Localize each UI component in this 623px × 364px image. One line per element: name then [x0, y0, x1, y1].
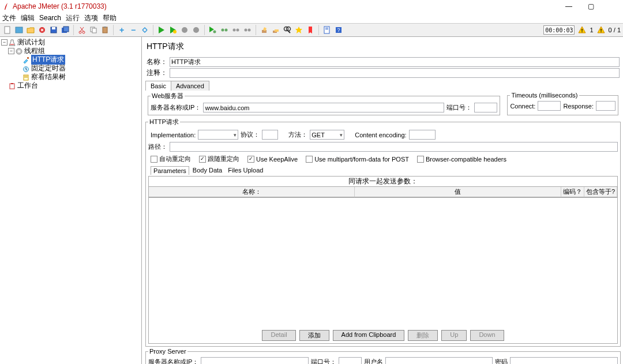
- subtab-bodydata[interactable]: Body Data: [190, 166, 224, 175]
- svg-rect-12: [104, 27, 106, 28]
- window-title: Apache JMeter (3.1 r1770033): [13, 2, 562, 10]
- detail-button[interactable]: Detail: [262, 330, 295, 341]
- response-input[interactable]: [596, 101, 616, 111]
- minimize-button[interactable]: —: [562, 2, 576, 10]
- subtab-files[interactable]: Files Upload: [226, 166, 265, 175]
- collapse-icon[interactable]: −: [128, 25, 138, 35]
- up-button[interactable]: Up: [441, 330, 467, 341]
- remote-stop-icon[interactable]: [231, 25, 241, 35]
- subtab-parameters[interactable]: Parameters: [151, 166, 189, 175]
- tree-node-testplan[interactable]: − 测试计划: [1, 38, 141, 47]
- connect-label: Connect:: [510, 103, 535, 110]
- function-icon[interactable]: [294, 25, 304, 35]
- impl-combo[interactable]: ▾: [198, 130, 238, 140]
- proxy-port-label: 端口号：: [311, 358, 336, 364]
- tree-node-threadgroup[interactable]: − 线程组: [1, 47, 141, 55]
- params-table: 名称： 值 编码？ 包含等于?: [149, 186, 617, 198]
- menu-help[interactable]: 帮助: [103, 13, 117, 23]
- paste-icon[interactable]: [100, 25, 110, 35]
- proxy-user-input[interactable]: [385, 357, 493, 364]
- cut-icon[interactable]: [77, 25, 87, 35]
- find-icon[interactable]: [282, 25, 292, 35]
- proto-input[interactable]: [262, 130, 278, 140]
- stop-icon[interactable]: [179, 25, 190, 35]
- copy-icon[interactable]: [88, 25, 99, 35]
- tree-node-timer[interactable]: 固定定时器: [1, 64, 141, 73]
- toggle-icon[interactable]: [140, 25, 150, 35]
- chk-multipart[interactable]: Use multipart/form-data for POST: [306, 156, 409, 163]
- connect-input[interactable]: [538, 101, 561, 111]
- window-controls: — ▢ ✕: [562, 2, 620, 10]
- tree-node-httprequest[interactable]: HTTP请求: [1, 55, 141, 64]
- proxy-server-input[interactable]: [201, 357, 309, 364]
- clearall-icon[interactable]: [271, 25, 281, 35]
- warning-icon: [597, 26, 605, 34]
- proxy-port-input[interactable]: [339, 357, 362, 364]
- path-input[interactable]: [170, 142, 618, 152]
- elapsed-time: 00:00:03: [543, 25, 575, 35]
- params-body[interactable]: [149, 198, 617, 328]
- svg-rect-46: [11, 83, 13, 84]
- server-input[interactable]: [203, 103, 444, 112]
- proxy-pass-input[interactable]: [510, 357, 618, 364]
- help-icon[interactable]: [305, 25, 316, 35]
- svg-rect-40: [27, 57, 29, 59]
- enc-label: Content encoding:: [355, 132, 406, 138]
- menu-search[interactable]: Search: [39, 14, 61, 22]
- menu-edit[interactable]: 编辑: [21, 13, 35, 23]
- port-input[interactable]: [474, 103, 497, 112]
- svg-rect-25: [275, 29, 279, 32]
- chk-keepalive[interactable]: ✓Use KeepAlive: [247, 156, 298, 163]
- remote-shut-icon[interactable]: [242, 25, 253, 35]
- run-notimers-icon[interactable]: [168, 25, 178, 35]
- svg-rect-30: [325, 28, 328, 28]
- remote-startall-icon[interactable]: [219, 25, 230, 35]
- http-legend: HTTP请求: [148, 118, 180, 126]
- menu-run[interactable]: 运行: [66, 13, 80, 23]
- templates-icon[interactable]: [14, 25, 24, 35]
- chk-follow-redirect[interactable]: ✓跟随重定向: [199, 155, 239, 163]
- col-value[interactable]: 值: [355, 187, 561, 197]
- svg-rect-0: [5, 27, 10, 33]
- about-icon[interactable]: ?: [333, 25, 344, 35]
- svg-point-22: [248, 29, 251, 32]
- run-icon[interactable]: [156, 25, 167, 35]
- timeouts-group: Timeouts (milliseconds) Connect: Respons…: [507, 92, 618, 115]
- warning-icon: [578, 26, 586, 34]
- collapse-toggle[interactable]: −: [1, 39, 7, 46]
- col-include[interactable]: 包含等于?: [584, 187, 617, 197]
- tree-label: 工作台: [17, 81, 38, 91]
- add-clipboard-button[interactable]: Add from Clipboard: [333, 330, 405, 341]
- tree-node-workbench[interactable]: 工作台: [1, 81, 141, 90]
- tree-node-listener[interactable]: 察看结果树: [1, 73, 141, 81]
- menu-options[interactable]: 选项: [84, 13, 98, 23]
- add-button[interactable]: 添加: [299, 330, 329, 341]
- shutdown-icon[interactable]: [191, 25, 201, 35]
- web-server-legend: Web服务器: [151, 92, 185, 100]
- down-button[interactable]: Down: [470, 330, 504, 341]
- col-encode[interactable]: 编码？: [561, 187, 585, 197]
- menu-file[interactable]: 文件: [2, 13, 16, 23]
- new-icon[interactable]: [2, 25, 13, 35]
- delete-button[interactable]: 删除: [408, 330, 438, 341]
- col-name[interactable]: 名称：: [149, 187, 355, 197]
- save-icon[interactable]: [48, 25, 59, 35]
- chk-auto-redirect[interactable]: 自动重定向: [151, 155, 191, 163]
- method-combo[interactable]: GET▾: [310, 130, 344, 140]
- collapse-toggle[interactable]: −: [8, 48, 14, 54]
- saveas-icon[interactable]: [60, 25, 70, 35]
- maximize-button[interactable]: ▢: [584, 2, 598, 10]
- chk-browser-compat[interactable]: Browser-compatible headers: [417, 156, 506, 163]
- remote-start-icon[interactable]: [208, 25, 218, 35]
- clear-icon[interactable]: [259, 25, 269, 35]
- tab-basic[interactable]: Basic: [145, 81, 171, 91]
- svg-rect-10: [92, 28, 96, 33]
- tab-advanced[interactable]: Advanced: [171, 81, 209, 91]
- open-icon[interactable]: [25, 25, 36, 35]
- expand-icon[interactable]: +: [117, 25, 127, 35]
- comment-input[interactable]: [170, 68, 620, 78]
- close-icon[interactable]: [37, 25, 47, 35]
- enc-input[interactable]: [409, 130, 436, 140]
- docs-icon[interactable]: [322, 25, 332, 35]
- name-input[interactable]: [170, 57, 620, 67]
